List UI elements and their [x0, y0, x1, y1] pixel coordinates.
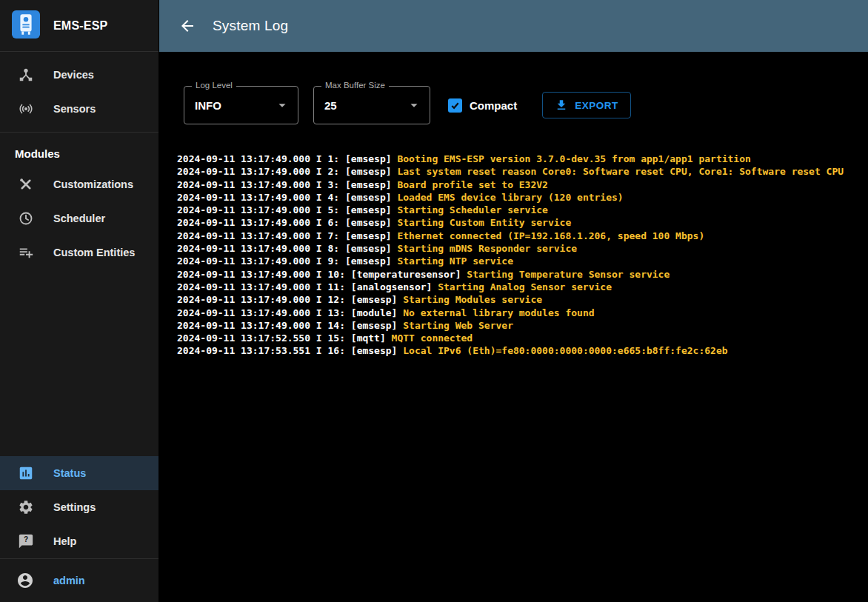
chevron-down-icon — [406, 97, 422, 113]
log-message: Loaded EMS device library (120 entries) — [397, 192, 623, 203]
sidebar: EMS-ESP Devices Se — [0, 0, 159, 602]
log-line: 2024-09-11 13:17:49.000 I 6: [emsesp] St… — [177, 216, 850, 229]
arrow-back-icon — [178, 17, 196, 35]
log-line: 2024-09-11 13:17:49.000 I 3: [emsesp] Bo… — [177, 178, 850, 191]
log-message: Starting NTP service — [397, 255, 513, 267]
log-message: Last system reset reason Core0: Software… — [397, 166, 844, 177]
log-prefix: 2024-09-11 13:17:49.000 I 8: [emsesp] — [177, 243, 397, 254]
log-level-select[interactable]: Log Level INFO — [184, 86, 298, 124]
max-buffer-select[interactable]: Max Buffer Size 25 — [313, 86, 430, 124]
log-message: Ethernet connected (IP=192.168.1.206, sp… — [397, 230, 704, 241]
log-message: Starting Web Server — [403, 320, 513, 331]
sidebar-item-sensors[interactable]: Sensors — [0, 92, 158, 126]
sidebar-item-admin[interactable]: admin — [0, 559, 158, 602]
nav-main: Devices Sensors — [0, 52, 158, 126]
log-message: Starting mDNS Responder service — [397, 243, 577, 254]
max-buffer-label: Max Buffer Size — [321, 81, 389, 90]
log-line: 2024-09-11 13:17:49.000 I 12: [emsesp] S… — [177, 293, 850, 306]
sidebar-item-label: Settings — [53, 501, 96, 513]
construction-icon — [18, 176, 34, 193]
content: Log Level INFO Max Buffer Size 25 — [159, 52, 868, 602]
sidebar-item-label: Status — [53, 467, 86, 479]
log-prefix: 2024-09-11 13:17:49.000 I 4: [emsesp] — [177, 192, 397, 203]
log-controls: Log Level INFO Max Buffer Size 25 — [184, 86, 850, 124]
log-line: 2024-09-11 13:17:49.000 I 4: [emsesp] Lo… — [177, 191, 850, 204]
sidebar-item-help[interactable]: ? Help — [0, 524, 158, 558]
app-logo-icon — [12, 10, 40, 41]
log-line: 2024-09-11 13:17:49.000 I 10: [temperatu… — [177, 268, 850, 281]
playlist-add-icon — [18, 244, 34, 261]
log-line: 2024-09-11 13:17:49.000 I 13: [module] N… — [177, 307, 850, 319]
log-message: Starting Custom Entity service — [397, 217, 571, 228]
export-button[interactable]: EXPORT — [542, 92, 631, 118]
log-message: MQTT connected — [392, 332, 473, 344]
main: System Log Log Level INFO Max Buffer Siz… — [159, 0, 868, 602]
sidebar-item-custom-entities[interactable]: Custom Entities — [0, 235, 158, 270]
log-prefix: 2024-09-11 13:17:49.000 I 10: [temperatu… — [177, 269, 467, 280]
nav-modules: Customizations Scheduler Custom Entities — [0, 167, 158, 270]
svg-text:?: ? — [24, 535, 28, 544]
chevron-down-icon — [274, 97, 290, 113]
log-line: 2024-09-11 13:17:49.000 I 9: [emsesp] St… — [177, 255, 850, 267]
log-prefix: 2024-09-11 13:17:53.551 I 16: [emsesp] — [177, 345, 403, 356]
user-label: admin — [53, 575, 85, 586]
log-prefix: 2024-09-11 13:17:49.000 I 5: [emsesp] — [177, 204, 397, 215]
log-prefix: 2024-09-11 13:17:49.000 I 2: [emsesp] — [177, 166, 397, 177]
sidebar-item-label: Customizations — [53, 178, 133, 190]
help-icon: ? — [18, 533, 34, 549]
nav-bottom: Status Settings ? Help — [0, 456, 158, 558]
log-message: Local IPv6 (Eth)=fe80:0000:0000:0000:e66… — [403, 345, 727, 356]
log-line: 2024-09-11 13:17:49.000 I 8: [emsesp] St… — [177, 242, 850, 255]
app-logo-row: EMS-ESP — [0, 0, 158, 52]
log-prefix: 2024-09-11 13:17:49.000 I 1: [emsesp] — [177, 153, 397, 164]
compact-checkbox[interactable]: Compact — [448, 98, 517, 113]
sidebar-item-label: Help — [53, 535, 76, 547]
log-prefix: 2024-09-11 13:17:49.000 I 11: [analogsen… — [177, 281, 438, 292]
back-button[interactable] — [178, 17, 196, 35]
log-prefix: 2024-09-11 13:17:49.000 I 7: [emsesp] — [177, 230, 397, 241]
max-buffer-value: 25 — [324, 99, 337, 112]
page-title: System Log — [213, 18, 288, 34]
export-label: EXPORT — [575, 100, 618, 111]
log-message: Starting Analog Sensor service — [438, 281, 612, 292]
app-root: EMS-ESP Devices Se — [0, 0, 868, 602]
app-title: EMS-ESP — [53, 19, 107, 33]
log-line: 2024-09-11 13:17:49.000 I 7: [emsesp] Et… — [177, 230, 850, 242]
appbar: System Log — [159, 0, 868, 52]
log-prefix: 2024-09-11 13:17:52.550 I 15: [mqtt] — [177, 332, 392, 344]
sidebar-item-status[interactable]: Status — [0, 456, 158, 490]
log-line: 2024-09-11 13:17:49.000 I 11: [analogsen… — [177, 281, 850, 293]
log-line: 2024-09-11 13:17:49.000 I 14: [emsesp] S… — [177, 319, 850, 332]
sidebar-item-settings[interactable]: Settings — [0, 490, 158, 524]
log-line: 2024-09-11 13:17:53.551 I 16: [emsesp] L… — [177, 344, 850, 357]
sidebar-item-label: Custom Entities — [53, 247, 135, 258]
sensors-icon — [18, 101, 34, 117]
log-level-label: Log Level — [192, 81, 236, 90]
log-line: 2024-09-11 13:17:49.000 I 2: [emsesp] La… — [177, 165, 850, 178]
sidebar-item-devices[interactable]: Devices — [0, 58, 158, 92]
checkbox-checked-icon — [448, 98, 462, 113]
log-message: No external library modules found — [403, 307, 594, 318]
log-level-value: INFO — [195, 99, 221, 112]
log-line: 2024-09-11 13:17:52.550 I 15: [mqtt] MQT… — [177, 332, 850, 344]
gear-icon — [18, 499, 34, 515]
log-line: 2024-09-11 13:17:49.000 I 5: [emsesp] St… — [177, 204, 850, 216]
schedule-icon — [18, 210, 34, 227]
log-prefix: 2024-09-11 13:17:49.000 I 6: [emsesp] — [177, 217, 397, 228]
log-message: Starting Modules service — [403, 294, 542, 305]
log-prefix: 2024-09-11 13:17:49.000 I 9: [emsesp] — [177, 255, 397, 267]
sidebar-item-label: Sensors — [53, 103, 96, 115]
log-message: Board profile set to E32V2 — [397, 179, 548, 190]
compact-label: Compact — [470, 99, 517, 112]
log-prefix: 2024-09-11 13:17:49.000 I 13: [module] — [177, 307, 403, 318]
sidebar-item-label: Devices — [53, 69, 94, 81]
modules-section-title: Modules — [0, 133, 158, 167]
log-prefix: 2024-09-11 13:17:49.000 I 3: [emsesp] — [177, 179, 397, 190]
download-icon — [555, 98, 568, 112]
sidebar-item-scheduler[interactable]: Scheduler — [0, 201, 158, 235]
log-message: Starting Scheduler service — [397, 204, 548, 215]
log-prefix: 2024-09-11 13:17:49.000 I 12: [emsesp] — [177, 294, 403, 305]
account-circle-icon — [16, 572, 34, 589]
log-message: Booting EMS-ESP version 3.7.0-dev.35 fro… — [397, 153, 750, 164]
sidebar-item-customizations[interactable]: Customizations — [0, 167, 158, 201]
